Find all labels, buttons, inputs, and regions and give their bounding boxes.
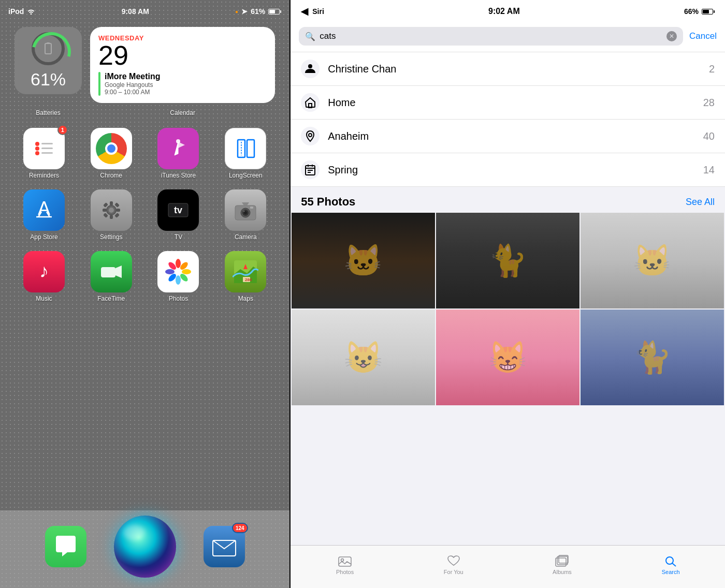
search-clear-button[interactable]: ✕ xyxy=(666,31,677,41)
see-all-button[interactable]: See All xyxy=(686,197,715,208)
app-item-photos[interactable]: Photos xyxy=(145,246,212,307)
photo-thumb-5[interactable]: 😸 xyxy=(436,310,579,405)
maps-label: Maps xyxy=(238,295,253,302)
tab-search-label: Search xyxy=(662,569,680,575)
cat-emoji-2: 🐈 xyxy=(488,242,527,279)
battery-ring xyxy=(32,32,65,65)
result-row-spring[interactable]: Spring 14 xyxy=(291,153,725,187)
person-icon xyxy=(301,60,320,78)
tab-albums-label: Albums xyxy=(553,569,572,575)
app-item-maps[interactable]: 280 Maps xyxy=(212,246,279,307)
app-item-settings[interactable]: Settings xyxy=(78,184,145,246)
photos-label: Photos xyxy=(169,295,188,302)
location-pin-icon xyxy=(301,127,320,145)
result-label-spring: Spring xyxy=(328,164,703,176)
search-query-text: cats xyxy=(320,31,662,41)
longscreen-icon xyxy=(225,128,266,169)
search-results: Christine Chan 2 Home 28 Anaheim xyxy=(291,52,725,187)
result-row-anaheim[interactable]: Anaheim 40 xyxy=(291,120,725,153)
svg-point-4 xyxy=(35,151,39,155)
photos-tab-icon xyxy=(338,555,352,567)
appstore-label: App Store xyxy=(30,233,57,241)
app-item-camera[interactable]: Camera xyxy=(212,184,279,246)
battery-icon-right xyxy=(702,9,715,14)
result-label-home: Home xyxy=(328,97,703,109)
cal-event-subtitle: Google Hangouts xyxy=(105,81,161,89)
svg-point-66 xyxy=(341,558,344,561)
svg-point-48 xyxy=(165,269,175,274)
photo-grid: 🐱 🐈 🐱 😺 😸 🐈 xyxy=(291,213,725,405)
cancel-button[interactable]: Cancel xyxy=(689,31,717,41)
result-row-home[interactable]: Home 28 xyxy=(291,86,725,120)
tab-search[interactable]: Search xyxy=(616,555,725,579)
svg-point-70 xyxy=(666,557,673,564)
svg-point-58 xyxy=(309,134,312,137)
tab-albums[interactable]: Albums xyxy=(508,555,617,579)
photo-thumb-2[interactable]: 🐈 xyxy=(436,213,579,308)
tab-photos[interactable]: Photos xyxy=(291,555,399,579)
svg-rect-38 xyxy=(250,207,253,209)
app-item-music[interactable]: ♪ Music xyxy=(10,246,78,307)
foryou-tab-icon xyxy=(446,555,461,567)
location-dot: ● xyxy=(235,9,238,14)
svg-marker-41 xyxy=(115,266,122,278)
maps-icon: 280 xyxy=(225,251,266,292)
tv-label: TV xyxy=(175,233,182,241)
svg-rect-7 xyxy=(41,152,53,154)
tab-foryou[interactable]: For You xyxy=(399,555,508,579)
svg-marker-33 xyxy=(242,202,249,205)
reminders-icon: 1 xyxy=(23,128,65,169)
app-grid: 1 Reminders Chrome iTunes Store xyxy=(0,119,289,312)
battery-widget: 61% xyxy=(15,27,82,94)
svg-point-37 xyxy=(243,211,245,212)
dock-item-mail[interactable]: 124 xyxy=(204,526,245,567)
reminders-badge: 1 xyxy=(57,125,68,135)
svg-rect-23 xyxy=(116,209,120,212)
app-item-reminders[interactable]: 1 Reminders xyxy=(10,123,78,184)
app-item-itunes[interactable]: iTunes Store xyxy=(145,123,212,184)
siri-bubble xyxy=(114,516,176,578)
svg-rect-22 xyxy=(103,209,107,212)
app-item-facetime[interactable]: FaceTime xyxy=(78,246,145,307)
status-bar-right: ◀ Siri 9:02 AM 66% xyxy=(291,0,725,23)
status-info-right: 66% xyxy=(684,7,715,16)
left-panel: iPod 9:08 AM ● ➤ 61% 61% xyxy=(0,0,289,588)
battery-pct-status: 61% xyxy=(251,7,265,16)
dock-item-messages[interactable] xyxy=(45,526,86,567)
photo-thumb-1[interactable]: 🐱 xyxy=(292,213,435,308)
itunes-icon xyxy=(157,128,199,169)
search-input-wrap[interactable]: 🔍 cats ✕ xyxy=(299,27,683,46)
app-item-chrome[interactable]: Chrome xyxy=(78,123,145,184)
mail-badge: 124 xyxy=(232,523,248,533)
music-label: Music xyxy=(36,295,52,302)
result-row-person[interactable]: Christine Chan 2 xyxy=(291,52,725,86)
photo-thumb-3[interactable]: 🐱 xyxy=(581,213,724,308)
status-time-right: 9:02 AM xyxy=(488,7,520,16)
facetime-icon xyxy=(91,251,132,292)
cat-emoji-5: 😸 xyxy=(488,339,527,376)
photo-thumb-6[interactable]: 🐈 xyxy=(581,310,724,405)
chrome-label: Chrome xyxy=(100,172,122,179)
right-panel: ◀ Siri 9:02 AM 66% 🔍 cats ✕ Cancel xyxy=(291,0,725,588)
photos-icon xyxy=(157,251,199,292)
app-item-longscreen[interactable]: LongScreen xyxy=(212,123,279,184)
svg-point-46 xyxy=(176,275,181,285)
app-item-appstore[interactable]: A App Store xyxy=(10,184,78,246)
cal-event: iMore Meeting Google Hangouts 9:00 – 10:… xyxy=(98,72,267,96)
mail-icon: 124 xyxy=(204,526,245,567)
photo-thumb-4[interactable]: 😺 xyxy=(292,310,435,405)
app-item-tv[interactable]: tv TV xyxy=(145,184,212,246)
svg-rect-12 xyxy=(247,140,254,157)
svg-marker-8 xyxy=(175,142,178,155)
svg-rect-65 xyxy=(339,557,351,566)
cal-event-details: iMore Meeting Google Hangouts 9:00 – 10:… xyxy=(105,72,161,96)
home-icon xyxy=(301,93,320,112)
status-right-group: ● ➤ 61% xyxy=(235,7,281,16)
result-count-person: 2 xyxy=(709,63,715,75)
siri-orb[interactable] xyxy=(114,516,176,578)
svg-rect-21 xyxy=(110,215,113,219)
result-label-person: Christine Chan xyxy=(328,63,709,75)
calendar-widget: WEDNESDAY 29 iMore Meeting Google Hangou… xyxy=(90,27,275,103)
photos-header: 55 Photos See All xyxy=(291,187,725,213)
svg-point-10 xyxy=(176,139,180,143)
